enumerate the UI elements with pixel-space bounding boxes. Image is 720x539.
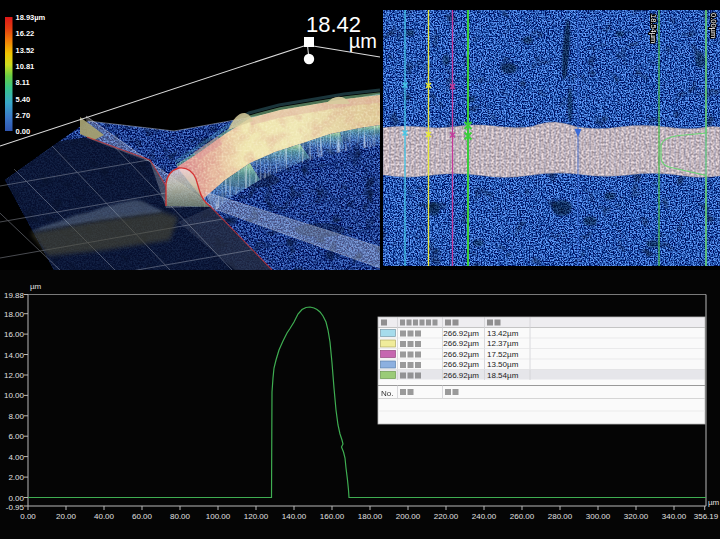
svg-text:µm: µm — [349, 30, 377, 52]
svg-text:20.00: 20.00 — [56, 512, 77, 521]
svg-text:340.00: 340.00 — [662, 512, 687, 521]
svg-text:18.00: 18.00 — [4, 310, 25, 319]
svg-text:266.92µm: 266.92µm — [443, 350, 479, 359]
svg-text:16.00: 16.00 — [4, 330, 25, 339]
svg-text:17.52µm: 17.52µm — [487, 350, 519, 359]
svg-text:300.00: 300.00 — [586, 512, 611, 521]
svg-text:10.00: 10.00 — [4, 391, 25, 400]
svg-text:0.00: 0.00 — [16, 127, 31, 136]
svg-text:4.00: 4.00 — [8, 453, 24, 462]
svg-text:13.50µm: 13.50µm — [487, 360, 519, 369]
svg-text:8.11: 8.11 — [16, 78, 30, 87]
svg-text:100.00: 100.00 — [206, 512, 231, 521]
svg-text:266.92µm: 266.92µm — [443, 339, 479, 348]
svg-text:19.88: 19.88 — [4, 291, 25, 300]
svg-text:0.00µm: 0.00µm — [709, 13, 718, 38]
svg-text:240.00: 240.00 — [472, 512, 497, 521]
svg-text:160.00: 160.00 — [320, 512, 345, 521]
svg-text:220.00: 220.00 — [434, 512, 459, 521]
svg-text:266.92µm: 266.92µm — [443, 360, 479, 369]
svg-text:µm: µm — [708, 498, 720, 507]
svg-text:10.81: 10.81 — [16, 62, 35, 71]
svg-text:12.37µm: 12.37µm — [487, 339, 519, 348]
svg-text:80.00: 80.00 — [170, 512, 191, 521]
svg-text:320.00: 320.00 — [624, 512, 649, 521]
svg-text:266.92µm: 266.92µm — [443, 329, 479, 338]
svg-text:6.00: 6.00 — [8, 432, 24, 441]
svg-text:200.00: 200.00 — [396, 512, 421, 521]
svg-text:14.00: 14.00 — [4, 351, 25, 360]
svg-text:13.42µm: 13.42µm — [487, 329, 519, 338]
svg-text:0.00: 0.00 — [20, 512, 36, 521]
svg-text:5.40: 5.40 — [16, 95, 31, 104]
svg-text:-0.95: -0.95 — [6, 503, 25, 512]
svg-text:2.00: 2.00 — [8, 473, 24, 482]
svg-text:18.93µm: 18.93µm — [16, 13, 46, 22]
svg-text:60.00: 60.00 — [132, 512, 153, 521]
svg-text:8.00: 8.00 — [8, 412, 24, 421]
svg-text:13.52: 13.52 — [16, 46, 35, 55]
svg-text:260.00: 260.00 — [510, 512, 535, 521]
svg-text:356.19: 356.19 — [694, 512, 719, 521]
svg-text:280.00: 280.00 — [548, 512, 573, 521]
svg-text:µm: µm — [30, 282, 42, 291]
svg-text:16.22: 16.22 — [16, 29, 35, 38]
svg-text:0.00: 0.00 — [8, 494, 24, 503]
svg-text:266.92µm: 266.92µm — [443, 371, 479, 380]
svg-text:120.00: 120.00 — [244, 512, 269, 521]
svg-text:180.00: 180.00 — [358, 512, 383, 521]
svg-text:12.00: 12.00 — [4, 371, 25, 380]
svg-text:40.00: 40.00 — [94, 512, 115, 521]
svg-text:No.: No. — [381, 389, 393, 398]
svg-text:2.70: 2.70 — [16, 111, 31, 120]
svg-text:18.54µm: 18.54µm — [649, 14, 658, 43]
svg-text:18.54µm: 18.54µm — [487, 371, 519, 380]
svg-text:140.00: 140.00 — [282, 512, 307, 521]
